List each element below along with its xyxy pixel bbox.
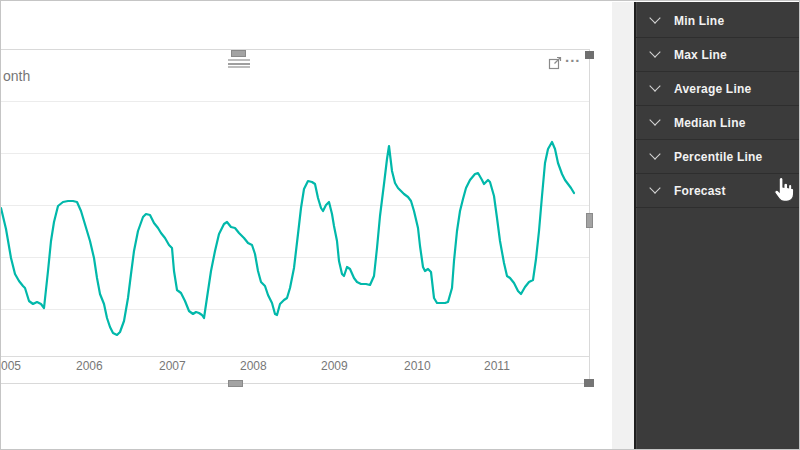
analytics-item-percentile-line[interactable]: Percentile Line (636, 140, 800, 174)
analytics-item-label: Min Line (674, 14, 724, 28)
resize-handle-top[interactable] (231, 50, 246, 57)
analytics-pane: Min LineMax LineAverage LineMedian LineP… (634, 2, 800, 450)
analytics-item-min-line[interactable]: Min Line (636, 4, 800, 38)
analytics-item-average-line[interactable]: Average Line (636, 72, 800, 106)
analytics-item-label: Median Line (674, 116, 746, 130)
resize-handle-bottom[interactable] (228, 380, 243, 387)
gridline (1, 205, 589, 206)
gridline (1, 257, 589, 258)
gridline (1, 101, 589, 102)
x-axis-tick-label: 2007 (159, 359, 186, 373)
analytics-item-forecast[interactable]: Forecast (636, 174, 800, 208)
analytics-item-label: Percentile Line (674, 150, 762, 164)
analytics-item-label: Average Line (674, 82, 751, 96)
gridline (1, 153, 589, 154)
x-axis-tick-label: 2011 (484, 359, 510, 373)
analytics-item-max-line[interactable]: Max Line (636, 38, 800, 72)
x-axis-tick-label: 2006 (76, 359, 103, 373)
chart-axis-line (1, 356, 589, 357)
chevron-down-icon (649, 80, 660, 91)
line-series (1, 142, 574, 335)
visual-title: onth (3, 68, 30, 84)
analytics-item-median-line[interactable]: Median Line (636, 106, 800, 140)
canvas-gutter (612, 2, 634, 450)
screenshot-frame: onth 005200620072008200920102011 ... (0, 0, 800, 450)
analytics-item-label: Max Line (674, 48, 727, 62)
chevron-down-icon (649, 46, 660, 57)
chevron-down-icon (649, 148, 660, 159)
x-axis-tick-label: 2008 (240, 359, 267, 373)
report-canvas[interactable]: onth 005200620072008200920102011 ... (1, 1, 612, 449)
resize-handle-right[interactable] (586, 213, 593, 228)
visual-border-top (1, 49, 590, 50)
x-axis-tick-label: 2010 (404, 359, 431, 373)
analytics-item-label: Forecast (674, 184, 726, 198)
drag-grip-icon[interactable] (228, 59, 250, 70)
more-options-button[interactable]: ... (565, 52, 585, 68)
resize-handle-bottom-right[interactable] (584, 379, 594, 387)
gridline (1, 309, 589, 310)
line-chart (1, 1, 601, 401)
chevron-down-icon (649, 12, 660, 23)
focus-mode-icon[interactable] (548, 55, 563, 70)
x-axis-tick-label: 005 (1, 359, 21, 373)
x-axis-tick-label: 2009 (321, 359, 348, 373)
chevron-down-icon (649, 114, 660, 125)
resize-handle-top-right[interactable] (585, 51, 594, 59)
visual-border-bottom (1, 383, 590, 384)
chevron-down-icon (649, 182, 660, 193)
